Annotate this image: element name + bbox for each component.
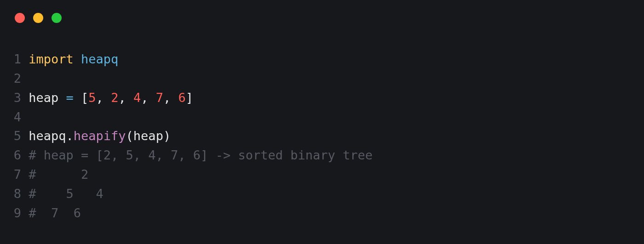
code-line: 3 heap = [5, 2, 4, 7, 6] bbox=[9, 88, 373, 108]
space bbox=[58, 91, 66, 105]
dot: . bbox=[66, 129, 74, 143]
code-line: 9 # 7 6 bbox=[9, 204, 373, 223]
paren: ( bbox=[126, 129, 133, 143]
bracket: [ bbox=[81, 91, 88, 105]
code-content: heapq.heapify(heap) bbox=[29, 126, 171, 146]
comma: , bbox=[96, 91, 111, 105]
code-line: 2 bbox=[9, 69, 373, 88]
comment: # 2 bbox=[29, 165, 88, 184]
function: heapify bbox=[74, 129, 126, 143]
line-number: 1 bbox=[9, 50, 21, 69]
zoom-icon[interactable] bbox=[52, 13, 62, 23]
bracket: ] bbox=[186, 91, 193, 105]
line-number: 4 bbox=[9, 108, 21, 127]
comma: , bbox=[118, 91, 133, 105]
comma: , bbox=[163, 91, 178, 105]
number: 5 bbox=[88, 91, 96, 105]
line-number: 3 bbox=[9, 88, 21, 108]
code-line: 1 import heapq bbox=[9, 50, 373, 69]
number: 4 bbox=[133, 91, 141, 105]
identifier: heap bbox=[133, 129, 163, 143]
identifier: heap bbox=[29, 91, 58, 105]
line-number: 8 bbox=[9, 184, 21, 204]
code-editor[interactable]: 1 import heapq 2 3 heap = [5, 2, 4, 7, 6… bbox=[9, 50, 373, 223]
code-line: 8 # 5 4 bbox=[9, 184, 373, 204]
space bbox=[74, 52, 81, 66]
code-content: heap = [5, 2, 4, 7, 6] bbox=[29, 88, 193, 108]
minimize-icon[interactable] bbox=[33, 13, 43, 23]
code-content: import heapq bbox=[29, 50, 118, 69]
code-line: 7 # 2 bbox=[9, 165, 373, 184]
code-line: 6 # heap = [2, 5, 4, 7, 6] -> sorted bin… bbox=[9, 146, 373, 165]
comment: # 7 6 bbox=[29, 204, 81, 223]
keyword: import bbox=[29, 52, 74, 66]
space bbox=[74, 91, 81, 105]
comma: , bbox=[141, 91, 156, 105]
close-icon[interactable] bbox=[15, 13, 25, 23]
operator: = bbox=[66, 91, 74, 105]
line-number: 2 bbox=[9, 69, 21, 88]
paren: ) bbox=[163, 129, 171, 143]
line-number: 7 bbox=[9, 165, 21, 184]
line-number: 9 bbox=[9, 204, 21, 223]
number: 6 bbox=[178, 91, 185, 105]
line-number: 5 bbox=[9, 126, 21, 146]
window-traffic-lights bbox=[15, 13, 62, 23]
comment: # 5 4 bbox=[29, 184, 104, 204]
code-editor-window: 1 import heapq 2 3 heap = [5, 2, 4, 7, 6… bbox=[0, 0, 644, 244]
line-number: 6 bbox=[9, 146, 21, 165]
number: 2 bbox=[111, 91, 118, 105]
module: heapq bbox=[81, 52, 118, 66]
number: 7 bbox=[156, 91, 163, 105]
code-line: 5 heapq.heapify(heap) bbox=[9, 126, 373, 146]
comment: # heap = [2, 5, 4, 7, 6] -> sorted binar… bbox=[29, 146, 373, 165]
identifier: heapq bbox=[29, 129, 66, 143]
code-line: 4 bbox=[9, 108, 373, 127]
